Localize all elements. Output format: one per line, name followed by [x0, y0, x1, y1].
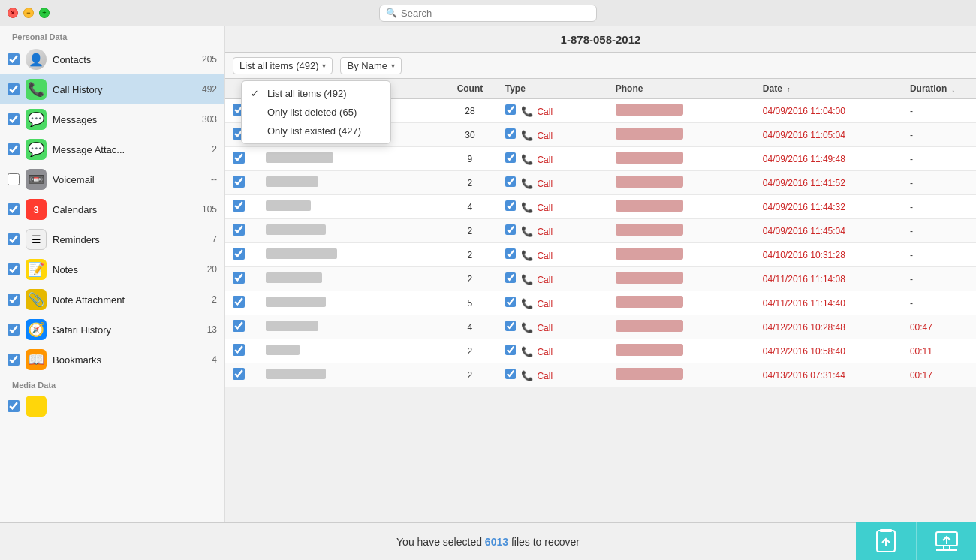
sidebar-item-reminders[interactable]: ☰ Reminders 7 — [0, 224, 224, 254]
sidebar-item-calendars[interactable]: 3 Calendars 105 — [0, 194, 224, 224]
close-button[interactable]: × — [8, 8, 18, 18]
voicemail-checkbox[interactable] — [8, 173, 20, 185]
call-phone-icon: 📞 — [521, 202, 533, 213]
row-check-cell[interactable] — [225, 363, 258, 387]
col-type[interactable]: Type — [498, 79, 608, 99]
reminders-checkbox[interactable] — [8, 233, 20, 245]
col-date[interactable]: Date ↑ — [755, 79, 902, 99]
sort-label: By Name — [347, 60, 387, 71]
minimize-button[interactable]: − — [23, 8, 34, 18]
row-count-cell: 2 — [442, 219, 498, 243]
type-checkbox[interactable] — [505, 128, 516, 139]
type-checkbox[interactable] — [505, 200, 516, 211]
dropdown-item-existed[interactable]: Only list existed (427) — [242, 122, 390, 140]
notes-checkbox[interactable] — [8, 263, 20, 275]
callhistory-count: 492 — [202, 84, 217, 95]
table-row: 2 📞 Call 04/13/2016 07:31:44 00:17 — [225, 363, 976, 387]
call-label: Call — [537, 371, 553, 381]
sidebar-item-contacts[interactable]: 👤 Contacts 205 — [0, 44, 224, 74]
sidebar-item-noteattach[interactable]: 📎 Note Attachment 2 — [0, 285, 224, 315]
row-checkbox[interactable] — [233, 200, 245, 212]
row-checkbox[interactable] — [233, 224, 245, 236]
row-date-cell: 04/09/2016 11:49:48 — [755, 147, 902, 171]
filter-dropdown-menu: ✓ List all items (492) Only list deleted… — [241, 80, 391, 144]
bookmarks-checkbox[interactable] — [8, 354, 20, 366]
personal-data-label: Personal Data — [0, 26, 224, 44]
type-checkbox[interactable] — [505, 297, 516, 307]
row-phone-cell — [608, 147, 755, 171]
row-check-cell[interactable] — [225, 243, 258, 267]
row-checkbox[interactable] — [233, 248, 245, 260]
row-checkbox[interactable] — [233, 272, 245, 284]
search-input[interactable] — [401, 8, 590, 19]
row-check-cell[interactable] — [225, 219, 258, 243]
dropdown-item-all[interactable]: ✓ List all items (492) — [242, 84, 390, 103]
col-phone[interactable]: Phone — [608, 79, 755, 99]
calendars-icon: 3 — [26, 199, 47, 220]
row-phone-cell — [608, 171, 755, 195]
row-date-cell: 04/13/2016 07:31:44 — [755, 363, 902, 387]
type-checkbox[interactable] — [505, 152, 516, 163]
status-count: 6013 — [485, 536, 508, 548]
row-checkbox[interactable] — [233, 368, 245, 380]
row-type-cell: 📞 Call — [498, 291, 608, 315]
row-check-cell[interactable] — [225, 147, 258, 171]
sort-dropdown-button[interactable]: By Name ▾ — [340, 57, 401, 74]
media-data-label: Media Data — [0, 375, 224, 393]
call-label: Call — [537, 323, 553, 333]
call-phone-icon: 📞 — [521, 250, 533, 261]
call-label: Call — [537, 179, 553, 189]
type-checkbox[interactable] — [505, 224, 516, 235]
type-checkbox[interactable] — [505, 104, 516, 115]
row-checkbox[interactable] — [233, 152, 245, 164]
row-check-cell[interactable] — [225, 291, 258, 315]
media-checkbox[interactable] — [8, 400, 20, 412]
callhistory-checkbox[interactable] — [8, 83, 20, 95]
sidebar-item-notes[interactable]: 📝 Notes 20 — [0, 254, 224, 285]
calendars-checkbox[interactable] — [8, 203, 20, 215]
sidebar-item-safari[interactable]: 🧭 Safari History 13 — [0, 315, 224, 345]
row-check-cell[interactable] — [225, 195, 258, 219]
dropdown-label-existed: Only list existed (427) — [267, 125, 361, 137]
msgattach-count: 2 — [212, 144, 217, 155]
table-row: 2 📞 Call 04/09/2016 11:41:52 - — [225, 171, 976, 195]
filter-dropdown-button[interactable]: List all items (492) ▾ ✓ List all items … — [233, 57, 333, 74]
contacts-icon: 👤 — [26, 49, 47, 70]
type-checkbox[interactable] — [505, 272, 516, 283]
sidebar-item-callhistory[interactable]: 📞 Call History 492 — [0, 74, 224, 104]
row-check-cell[interactable] — [225, 171, 258, 195]
contacts-checkbox[interactable] — [8, 53, 20, 65]
sidebar-item-media-placeholder[interactable] — [0, 393, 224, 419]
col-duration[interactable]: Duration ↓ — [902, 79, 976, 99]
recover-device-button[interactable] — [856, 522, 916, 560]
row-checkbox[interactable] — [233, 320, 245, 332]
msgattach-checkbox[interactable] — [8, 143, 20, 155]
row-checkbox[interactable] — [233, 176, 245, 188]
col-count[interactable]: Count — [442, 79, 498, 99]
row-check-cell[interactable] — [225, 267, 258, 291]
sidebar-item-bookmarks[interactable]: 📖 Bookmarks 4 — [0, 345, 224, 375]
recover-computer-button[interactable] — [916, 522, 976, 560]
messages-checkbox[interactable] — [8, 113, 20, 125]
type-checkbox[interactable] — [505, 248, 516, 259]
type-checkbox[interactable] — [505, 176, 516, 187]
dropdown-item-deleted[interactable]: Only list deleted (65) — [242, 103, 390, 122]
row-check-cell[interactable] — [225, 339, 258, 363]
bookmarks-count: 4 — [212, 354, 217, 365]
row-checkbox[interactable] — [233, 296, 245, 308]
date-sort-arrow: ↑ — [787, 86, 791, 93]
noteattach-checkbox[interactable] — [8, 294, 20, 306]
safari-checkbox[interactable] — [8, 324, 20, 336]
type-checkbox[interactable] — [505, 345, 516, 355]
sidebar-item-msgattach[interactable]: 💬 Message Attac... 2 — [0, 134, 224, 164]
row-count-cell: 30 — [442, 123, 498, 147]
row-check-cell[interactable] — [225, 315, 258, 339]
sidebar-item-voicemail[interactable]: 📼 Voicemail -- — [0, 164, 224, 194]
maximize-button[interactable]: + — [39, 8, 50, 18]
type-checkbox[interactable] — [505, 369, 516, 379]
row-checkbox[interactable] — [233, 344, 245, 356]
callhistory-icon: 📞 — [26, 79, 47, 100]
sidebar-item-messages[interactable]: 💬 Messages 303 — [0, 104, 224, 134]
safari-count: 13 — [207, 324, 217, 335]
type-checkbox[interactable] — [505, 321, 516, 331]
